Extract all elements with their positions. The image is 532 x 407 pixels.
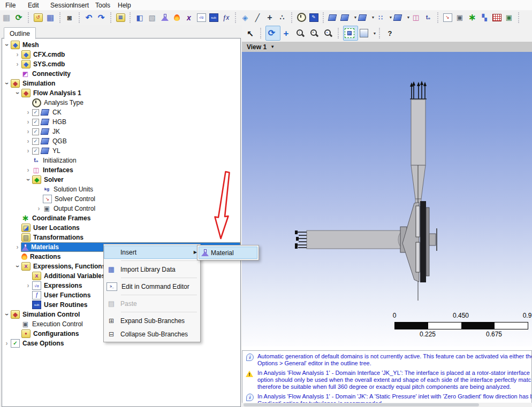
checkbox[interactable]: ✓ xyxy=(32,138,39,145)
import-case-icon[interactable]: ↺ xyxy=(33,12,45,24)
export-case-icon[interactable]: ▦ xyxy=(45,12,58,24)
transformation-icon[interactable]: ▚ xyxy=(480,12,492,24)
expander-closed-icon[interactable]: › xyxy=(25,128,32,135)
zoom-icon[interactable]: ↕ xyxy=(294,26,308,40)
point-cloud-icon[interactable]: ∴ xyxy=(277,12,290,24)
interface-icon[interactable]: ◫ xyxy=(411,12,423,24)
mesh-adaption-icon[interactable]: ▧ xyxy=(147,12,159,24)
tree-item-jk[interactable]: ›✓JK xyxy=(2,127,240,136)
expander-open-icon[interactable]: › xyxy=(25,176,32,183)
refresh-icon[interactable]: ⟳ xyxy=(14,12,26,24)
tree-item-coordinate-frames[interactable]: ∗Coordinate Frames xyxy=(2,213,240,223)
material-icon[interactable] xyxy=(159,12,172,24)
view-header[interactable]: View 1 ▼ xyxy=(242,42,532,52)
menu-file[interactable]: File xyxy=(0,1,19,11)
solver-control-icon[interactable]: ↘ xyxy=(443,12,455,24)
tree-item-analysis-type[interactable]: Analysis Type xyxy=(2,98,240,107)
rotate-icon[interactable]: ⟳ xyxy=(265,26,280,41)
redo-icon[interactable]: ↷ xyxy=(96,12,109,24)
view-dropdown-icon[interactable]: ▼ xyxy=(270,44,275,49)
define-volume-icon[interactable]: ◧ xyxy=(135,12,147,24)
expander-open-icon[interactable]: › xyxy=(3,80,11,87)
menu-help[interactable]: Help xyxy=(112,1,132,11)
report-icon[interactable]: ▣ xyxy=(504,12,516,24)
dropdown-arrow-icon[interactable]: ▼ xyxy=(406,16,411,19)
context-menu-item-paste[interactable]: ▤Paste xyxy=(104,297,200,310)
expander-closed-icon[interactable]: › xyxy=(25,118,32,126)
checkbox[interactable]: ✓ xyxy=(32,148,39,155)
tree-item-user-locations[interactable]: ◪User Locations xyxy=(2,223,240,233)
expander-closed-icon[interactable]: › xyxy=(25,282,32,289)
fit-view-icon[interactable] xyxy=(343,26,358,41)
tree-item-ck[interactable]: ›✓CK xyxy=(2,107,240,117)
context-menu-item-import-library-data[interactable]: ▦Import Library Data xyxy=(104,263,200,276)
select-icon[interactable]: ↖ xyxy=(245,26,259,40)
tree-item-initialization[interactable]: t₀Initialization xyxy=(2,156,240,165)
user-routine-icon[interactable]: sub xyxy=(209,12,221,24)
boundary-icon[interactable] xyxy=(340,12,353,24)
checkbox[interactable]: ✓ xyxy=(32,128,39,135)
probe-point-icon[interactable]: + xyxy=(265,12,277,24)
expander-open-icon[interactable]: › xyxy=(14,263,21,270)
case-options-icon[interactable]: ▦ xyxy=(116,12,128,24)
menu-session[interactable]: Session xyxy=(45,1,64,11)
render-mode-icon[interactable] xyxy=(358,26,372,40)
analysis-type-icon[interactable] xyxy=(297,12,309,24)
submenu-item-material[interactable]: Material xyxy=(199,247,257,259)
context-menu-item-collapse-sub-branches[interactable]: ⊟Collapse Sub-Branches xyxy=(104,327,200,341)
tree-item-hgb[interactable]: ›✓HGB xyxy=(2,117,240,127)
user-function-icon[interactable]: ƒx xyxy=(221,12,233,24)
pan-icon[interactable]: + xyxy=(280,26,294,40)
tree-item-simulation[interactable]: ›◆Simulation xyxy=(2,79,240,88)
context-menu-item-edit-in-command-editor[interactable]: >_Edit in Command Editor xyxy=(104,280,200,293)
expander-closed-icon[interactable]: › xyxy=(14,51,21,58)
tree-item-sys-cmdb[interactable]: ›◆SYS.cmdb xyxy=(2,59,240,69)
tab-outline[interactable]: Outline xyxy=(4,27,36,39)
context-menu-item-insert[interactable]: Insert▶ xyxy=(104,245,200,259)
tree-item-qgb[interactable]: ›✓QGB xyxy=(2,136,240,146)
tree-item-solution-units[interactable]: kgSolution Units xyxy=(2,185,240,194)
dropdown-arrow-icon[interactable]: ▼ xyxy=(353,16,358,19)
tree-item-yl[interactable]: ›✓YL xyxy=(2,146,240,156)
tree-item-mesh[interactable]: ›◆Mesh xyxy=(2,40,240,50)
menu-tools[interactable]: Tools xyxy=(90,1,109,11)
dropdown-arrow-icon[interactable]: ▼ xyxy=(370,16,376,19)
table-icon[interactable] xyxy=(492,12,504,24)
snapshot-icon[interactable]: ◙ xyxy=(65,12,77,24)
zoom-in-icon[interactable]: + xyxy=(308,26,322,40)
initialization-icon[interactable]: t₀ xyxy=(423,12,436,24)
expander-closed-icon[interactable]: › xyxy=(35,205,42,212)
reaction-icon[interactable] xyxy=(172,12,184,24)
source-icon[interactable] xyxy=(393,12,406,24)
expander-closed-icon[interactable]: › xyxy=(3,340,10,347)
zoom-box-icon[interactable]: ▪ xyxy=(322,26,336,40)
save-icon[interactable]: ▦ xyxy=(2,12,14,24)
tree-item-transformations[interactable]: ▨Transformations xyxy=(2,233,240,242)
checkbox[interactable]: ✓ xyxy=(32,109,39,116)
expander-closed-icon[interactable]: › xyxy=(25,166,32,174)
expander-open-icon[interactable]: › xyxy=(14,90,21,97)
output-control-icon[interactable]: ▣ xyxy=(455,12,467,24)
expander-closed-icon[interactable]: › xyxy=(14,60,21,68)
message-hscrollbar[interactable] xyxy=(242,403,532,407)
expander-open-icon[interactable]: › xyxy=(3,42,11,49)
tree-item-connectivity[interactable]: ◩Connectivity xyxy=(2,69,240,79)
tree-item-output-control[interactable]: ›▣Output Control xyxy=(2,204,240,213)
expander-closed-icon[interactable]: › xyxy=(25,137,32,145)
expander-open-icon[interactable]: › xyxy=(3,311,11,318)
3d-viewport[interactable]: 00.4500.90.2250.675 xyxy=(242,52,532,347)
menu-edit[interactable]: Edit xyxy=(22,1,42,11)
domain-icon[interactable] xyxy=(328,12,340,24)
tree-item-flow-analysis-1[interactable]: ›◆Flow Analysis 1 xyxy=(2,88,240,98)
tree-item-solver[interactable]: ›◆Solver xyxy=(2,175,240,185)
hscroll-thumb[interactable] xyxy=(244,403,479,406)
menu-insert[interactable]: Insert xyxy=(67,1,87,11)
tree-item-solver-control[interactable]: ↘Solver Control xyxy=(2,194,240,204)
tree-item-interfaces[interactable]: ›◫Interfaces xyxy=(2,165,240,175)
expander-closed-icon[interactable]: › xyxy=(25,109,32,116)
probe-line-icon[interactable]: ╱ xyxy=(253,12,265,24)
edit-icon[interactable]: ✎ xyxy=(309,12,321,24)
context-menu-item-expand-sub-branches[interactable]: ⊞Expand Sub-Branches xyxy=(104,314,200,327)
checkbox[interactable]: ✓ xyxy=(32,119,39,126)
coordinate-frame-icon[interactable]: ∗ xyxy=(467,12,480,24)
